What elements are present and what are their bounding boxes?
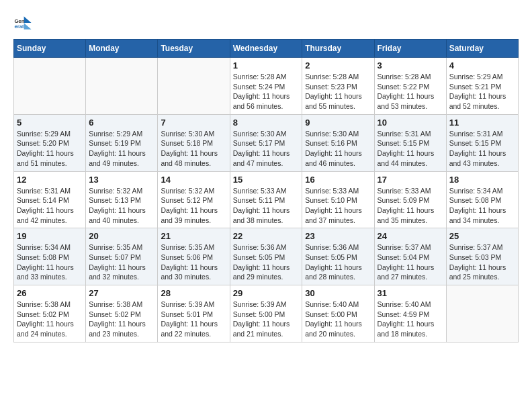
logo: Gen eral: [13, 13, 36, 32]
calendar-cell: 9Sunrise: 5:30 AMSunset: 5:16 PMDaylight…: [302, 114, 374, 171]
day-number: 20: [89, 231, 154, 241]
day-number: 5: [17, 118, 83, 128]
calendar-table: SundayMondayTuesdayWednesdayThursdayFrid…: [13, 39, 519, 342]
day-number: 24: [378, 231, 443, 241]
day-number: 25: [449, 231, 515, 241]
day-number: 8: [233, 118, 300, 128]
day-info: Sunrise: 5:37 AMSunset: 5:03 PMDaylight:…: [449, 242, 515, 282]
column-header-thursday: Thursday: [302, 40, 374, 58]
page-header: Gen eral: [13, 13, 519, 32]
calendar-week-4: 19Sunrise: 5:34 AMSunset: 5:08 PMDayligh…: [14, 228, 519, 285]
calendar-cell: 11Sunrise: 5:31 AMSunset: 5:15 PMDayligh…: [446, 114, 518, 171]
day-number: 4: [449, 60, 515, 71]
day-info: Sunrise: 5:29 AMSunset: 5:21 PMDaylight:…: [449, 72, 515, 111]
day-info: Sunrise: 5:38 AMSunset: 5:02 PMDaylight:…: [17, 300, 83, 339]
calendar-cell: 14Sunrise: 5:32 AMSunset: 5:12 PMDayligh…: [158, 171, 230, 228]
day-number: 19: [17, 231, 83, 241]
calendar-cell: 30Sunrise: 5:40 AMSunset: 5:00 PMDayligh…: [302, 285, 374, 342]
calendar-cell: 29Sunrise: 5:39 AMSunset: 5:00 PMDayligh…: [230, 285, 302, 342]
column-header-wednesday: Wednesday: [230, 40, 302, 58]
day-info: Sunrise: 5:33 AMSunset: 5:09 PMDaylight:…: [378, 186, 443, 226]
column-header-sunday: Sunday: [14, 40, 86, 58]
day-number: 28: [161, 288, 226, 298]
calendar-week-2: 5Sunrise: 5:29 AMSunset: 5:20 PMDaylight…: [14, 114, 519, 171]
day-number: 29: [233, 288, 300, 298]
day-info: Sunrise: 5:33 AMSunset: 5:11 PMDaylight:…: [233, 186, 300, 226]
day-info: Sunrise: 5:37 AMSunset: 5:04 PMDaylight:…: [378, 242, 443, 282]
calendar-cell: 20Sunrise: 5:35 AMSunset: 5:07 PMDayligh…: [86, 228, 158, 285]
day-number: 22: [233, 231, 300, 241]
calendar-cell: [14, 58, 86, 115]
calendar-cell: 12Sunrise: 5:31 AMSunset: 5:14 PMDayligh…: [14, 171, 86, 228]
day-number: 21: [161, 231, 226, 241]
day-info: Sunrise: 5:32 AMSunset: 5:13 PMDaylight:…: [89, 186, 154, 226]
calendar-cell: 18Sunrise: 5:34 AMSunset: 5:08 PMDayligh…: [446, 171, 518, 228]
calendar-cell: 31Sunrise: 5:40 AMSunset: 4:59 PMDayligh…: [374, 285, 446, 342]
day-number: 2: [305, 60, 371, 71]
day-number: 26: [17, 288, 83, 298]
day-info: Sunrise: 5:35 AMSunset: 5:06 PMDaylight:…: [161, 242, 226, 282]
day-info: Sunrise: 5:38 AMSunset: 5:02 PMDaylight:…: [89, 300, 154, 339]
day-number: 14: [161, 175, 226, 185]
day-info: Sunrise: 5:30 AMSunset: 5:17 PMDaylight:…: [233, 129, 300, 169]
day-info: Sunrise: 5:28 AMSunset: 5:23 PMDaylight:…: [305, 72, 371, 111]
day-number: 18: [449, 175, 515, 185]
calendar-cell: 3Sunrise: 5:28 AMSunset: 5:22 PMDaylight…: [374, 58, 446, 115]
calendar-cell: 19Sunrise: 5:34 AMSunset: 5:08 PMDayligh…: [14, 228, 86, 285]
calendar-cell: 22Sunrise: 5:36 AMSunset: 5:05 PMDayligh…: [230, 228, 302, 285]
column-header-tuesday: Tuesday: [158, 40, 230, 58]
calendar-week-5: 26Sunrise: 5:38 AMSunset: 5:02 PMDayligh…: [14, 285, 519, 342]
day-info: Sunrise: 5:31 AMSunset: 5:15 PMDaylight:…: [449, 129, 515, 169]
day-number: 12: [17, 175, 83, 185]
day-info: Sunrise: 5:34 AMSunset: 5:08 PMDaylight:…: [17, 242, 83, 282]
calendar-cell: [158, 58, 230, 115]
calendar-week-1: 1Sunrise: 5:28 AMSunset: 5:24 PMDaylight…: [14, 58, 519, 115]
calendar-cell: 5Sunrise: 5:29 AMSunset: 5:20 PMDaylight…: [14, 114, 86, 171]
calendar-cell: 1Sunrise: 5:28 AMSunset: 5:24 PMDaylight…: [230, 58, 302, 115]
day-info: Sunrise: 5:30 AMSunset: 5:18 PMDaylight:…: [161, 129, 226, 169]
calendar-cell: 15Sunrise: 5:33 AMSunset: 5:11 PMDayligh…: [230, 171, 302, 228]
calendar-cell: 8Sunrise: 5:30 AMSunset: 5:17 PMDaylight…: [230, 114, 302, 171]
calendar-week-3: 12Sunrise: 5:31 AMSunset: 5:14 PMDayligh…: [14, 171, 519, 228]
day-number: 15: [233, 175, 300, 185]
day-number: 30: [305, 288, 371, 298]
day-number: 16: [305, 175, 371, 185]
day-info: Sunrise: 5:35 AMSunset: 5:07 PMDaylight:…: [89, 242, 154, 282]
svg-text:eral: eral: [14, 24, 24, 30]
day-info: Sunrise: 5:39 AMSunset: 5:00 PMDaylight:…: [233, 300, 300, 339]
calendar-cell: 4Sunrise: 5:29 AMSunset: 5:21 PMDaylight…: [446, 58, 518, 115]
day-info: Sunrise: 5:28 AMSunset: 5:22 PMDaylight:…: [378, 72, 443, 111]
calendar-cell: 21Sunrise: 5:35 AMSunset: 5:06 PMDayligh…: [158, 228, 230, 285]
calendar-cell: 7Sunrise: 5:30 AMSunset: 5:18 PMDaylight…: [158, 114, 230, 171]
calendar-cell: [86, 58, 158, 115]
day-info: Sunrise: 5:40 AMSunset: 5:00 PMDaylight:…: [305, 300, 371, 339]
day-info: Sunrise: 5:29 AMSunset: 5:19 PMDaylight:…: [89, 129, 154, 169]
day-info: Sunrise: 5:36 AMSunset: 5:05 PMDaylight:…: [233, 242, 300, 282]
day-number: 10: [378, 118, 443, 128]
column-header-monday: Monday: [86, 40, 158, 58]
day-number: 9: [305, 118, 371, 128]
calendar-cell: 17Sunrise: 5:33 AMSunset: 5:09 PMDayligh…: [374, 171, 446, 228]
calendar-cell: 23Sunrise: 5:36 AMSunset: 5:05 PMDayligh…: [302, 228, 374, 285]
day-info: Sunrise: 5:31 AMSunset: 5:14 PMDaylight:…: [17, 186, 83, 226]
day-info: Sunrise: 5:34 AMSunset: 5:08 PMDaylight:…: [449, 186, 515, 226]
calendar-cell: 2Sunrise: 5:28 AMSunset: 5:23 PMDaylight…: [302, 58, 374, 115]
calendar-cell: 13Sunrise: 5:32 AMSunset: 5:13 PMDayligh…: [86, 171, 158, 228]
day-number: 11: [449, 118, 515, 128]
calendar-cell: 6Sunrise: 5:29 AMSunset: 5:19 PMDaylight…: [86, 114, 158, 171]
day-info: Sunrise: 5:36 AMSunset: 5:05 PMDaylight:…: [305, 242, 371, 282]
day-number: 6: [89, 118, 154, 128]
calendar-cell: 27Sunrise: 5:38 AMSunset: 5:02 PMDayligh…: [86, 285, 158, 342]
day-info: Sunrise: 5:32 AMSunset: 5:12 PMDaylight:…: [161, 186, 226, 226]
day-number: 17: [378, 175, 443, 185]
svg-text:Gen: Gen: [14, 18, 24, 24]
column-header-friday: Friday: [374, 40, 446, 58]
calendar-cell: 26Sunrise: 5:38 AMSunset: 5:02 PMDayligh…: [14, 285, 86, 342]
calendar-cell: 16Sunrise: 5:33 AMSunset: 5:10 PMDayligh…: [302, 171, 374, 228]
column-header-saturday: Saturday: [446, 40, 518, 58]
day-info: Sunrise: 5:31 AMSunset: 5:15 PMDaylight:…: [378, 129, 443, 169]
day-number: 1: [233, 60, 300, 71]
calendar-cell: 24Sunrise: 5:37 AMSunset: 5:04 PMDayligh…: [374, 228, 446, 285]
day-number: 7: [161, 118, 226, 128]
calendar-cell: 28Sunrise: 5:39 AMSunset: 5:01 PMDayligh…: [158, 285, 230, 342]
